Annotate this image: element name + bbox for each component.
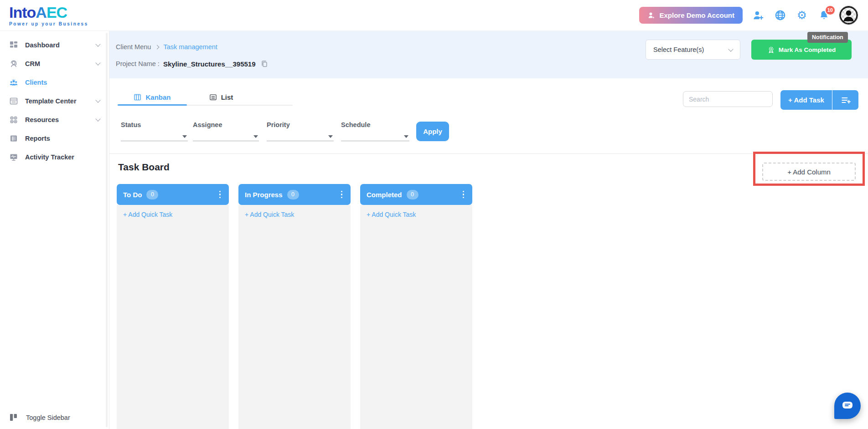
notification-tooltip: Notification [807, 32, 848, 43]
add-quick-task-button[interactable]: + Add Quick Task [367, 211, 416, 218]
sidebar-item-crm[interactable]: CRM [0, 54, 109, 73]
clients-icon [9, 78, 18, 87]
person-sparkle-icon [647, 11, 656, 20]
sidebar-item-template-center[interactable]: Template Center [0, 92, 109, 110]
notification-count-badge: 10 [825, 5, 836, 15]
kanban-column-body: + Add Quick Task [117, 205, 229, 429]
chevron-down-icon [95, 97, 100, 102]
app-root: Into AEC Power up your Business Explore … [0, 0, 868, 429]
topbar: Into AEC Power up your Business Explore … [0, 0, 868, 31]
filter-schedule[interactable]: Schedule [341, 121, 409, 141]
sidebar-item-label: Template Center [25, 97, 77, 105]
kebab-menu-icon[interactable] [339, 189, 345, 200]
tab-list-label: List [221, 93, 233, 101]
kanban-column-body: + Add Quick Task [238, 205, 351, 429]
filter-status[interactable]: Status [121, 121, 188, 141]
kanban-column-todo: To Do 0 + Add Quick Task [117, 184, 229, 429]
breadcrumb-chevron-icon [155, 45, 160, 50]
select-features-dropdown[interactable]: Select Feature(s) [646, 40, 740, 60]
add-user-button[interactable] [752, 9, 765, 22]
list-plus-icon [841, 95, 851, 105]
explore-demo-account-label: Explore Demo Account [660, 11, 734, 19]
main-content: Client Menu Task management Project Name… [109, 31, 868, 429]
filter-priority[interactable]: Priority [267, 121, 334, 141]
notifications-button[interactable]: 10 [817, 9, 830, 22]
add-task-button[interactable]: + Add Task [780, 90, 832, 110]
sidebar-item-dashboard[interactable]: Dashboard [0, 36, 109, 54]
column-count-badge: 0 [287, 190, 299, 199]
caret-down-icon [253, 135, 258, 138]
tab-list[interactable]: List [187, 89, 255, 105]
chat-launcher-button[interactable] [834, 393, 861, 419]
filter-status-select[interactable] [121, 133, 188, 141]
sidebar-item-activity-tracker[interactable]: Activity Tracker [0, 148, 109, 166]
kanban-board-icon [134, 93, 141, 101]
dashboard-icon [9, 41, 18, 50]
add-column-button[interactable]: + Add Column [762, 163, 856, 181]
chevron-down-icon [95, 116, 100, 121]
brand-wordmark: Into AEC [9, 5, 88, 20]
topbar-actions: Explore Demo Account ⚙ 10 [639, 6, 858, 25]
person-add-icon [752, 10, 764, 21]
apply-filters-button[interactable]: Apply [416, 122, 449, 141]
kebab-menu-icon[interactable] [461, 189, 466, 200]
project-name-value: Skyline_Structures__395519 [163, 60, 256, 68]
kebab-menu-icon[interactable] [217, 189, 223, 200]
mark-as-completed-label: Mark As Completed [779, 46, 836, 53]
brand-logo[interactable]: Into AEC Power up your Business [9, 5, 88, 26]
sidebar: Dashboard CRM Clients Template Center [0, 31, 109, 429]
kanban-column-header[interactable]: In Progress 0 [238, 184, 351, 205]
crm-icon [9, 59, 18, 68]
breadcrumb: Client Menu Task management [116, 43, 217, 51]
sidebar-item-clients[interactable]: Clients [0, 73, 109, 92]
column-count-badge: 0 [146, 190, 158, 199]
add-quick-task-button[interactable]: + Add Quick Task [123, 211, 172, 218]
reports-icon [9, 134, 18, 143]
brand-tagline: Power up your Business [9, 22, 88, 26]
brand-suffix: AEC [36, 5, 67, 20]
globe-icon [774, 9, 786, 21]
resources-icon [9, 115, 18, 124]
project-name-label: Project Name : [116, 60, 160, 67]
search-input[interactable] [683, 91, 773, 107]
breadcrumb-parent[interactable]: Client Menu [116, 43, 151, 51]
list-icon [209, 93, 217, 101]
kanban-column-header[interactable]: Completed 0 [360, 184, 472, 205]
sidebar-item-label: Activity Tracker [25, 153, 74, 161]
column-title: In Progress [245, 191, 283, 199]
gear-icon: ⚙ [797, 10, 807, 21]
add-quick-task-button[interactable]: + Add Quick Task [245, 211, 294, 218]
add-task-button-group: + Add Task [780, 90, 858, 110]
copy-project-name-button[interactable] [260, 60, 269, 68]
kanban-column-body: + Add Quick Task [360, 205, 472, 429]
filter-assignee[interactable]: Assignee [193, 121, 259, 141]
filter-schedule-select[interactable] [341, 133, 409, 141]
sidebar-item-label: CRM [25, 60, 40, 67]
layout-sidebar-icon [9, 413, 18, 422]
add-task-options-button[interactable] [832, 90, 858, 110]
activity-tracker-icon [9, 153, 18, 162]
kanban-column-header[interactable]: To Do 0 [117, 184, 229, 205]
select-features-label: Select Feature(s) [653, 46, 704, 53]
kanban-column-in-progress: In Progress 0 + Add Quick Task [238, 184, 351, 429]
copy-icon [260, 60, 269, 68]
explore-demo-account-button[interactable]: Explore Demo Account [639, 7, 743, 24]
settings-button[interactable]: ⚙ [796, 9, 808, 22]
filter-priority-select[interactable] [267, 133, 334, 141]
sidebar-item-label: Dashboard [25, 41, 60, 49]
caret-down-icon [404, 135, 408, 138]
sidebar-item-resources[interactable]: Resources [0, 110, 109, 129]
sidebar-item-label: Reports [25, 135, 50, 142]
filter-assignee-select[interactable] [193, 133, 259, 141]
language-button[interactable] [774, 9, 786, 22]
avatar[interactable] [839, 6, 858, 25]
toggle-sidebar-label: Toggle Sidebar [26, 414, 70, 421]
chat-bubble-icon [842, 401, 853, 411]
breadcrumb-current[interactable]: Task management [163, 43, 217, 51]
tab-kanban[interactable]: Kanban [118, 89, 187, 105]
view-tabs: Kanban List [118, 89, 293, 106]
caret-down-icon [328, 135, 333, 138]
sidebar-item-reports[interactable]: Reports [0, 129, 109, 148]
toggle-sidebar-button[interactable]: Toggle Sidebar [9, 413, 70, 422]
template-center-icon [9, 97, 18, 106]
